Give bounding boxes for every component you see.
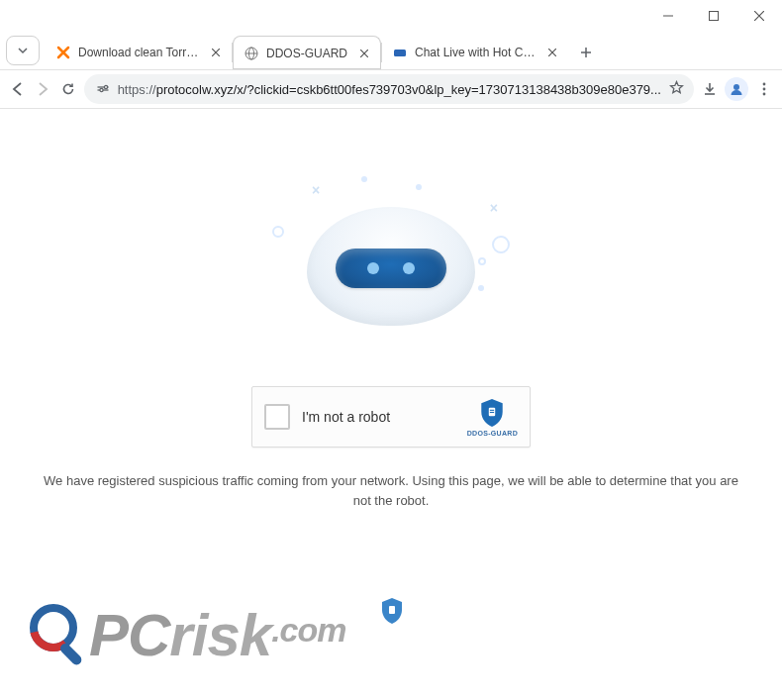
favicon-dot-icon [392,45,408,60]
tab-2-active[interactable]: DDOS-GUARD [233,36,381,69]
svg-rect-18 [490,409,494,410]
svg-rect-23 [389,606,395,614]
tab-strip: Download clean Torrents | 1 DDOS-GUARD C… [0,32,782,69]
svg-point-13 [733,84,739,90]
tab-close-icon[interactable] [544,45,560,60]
captcha-box: I'm not a robot DDOS-GUARD [251,386,531,448]
captcha-checkbox[interactable] [264,404,290,430]
svg-point-7 [104,85,107,88]
svg-point-15 [763,88,766,91]
downloads-button[interactable] [700,74,720,104]
window-maximize-button[interactable] [691,0,736,32]
captcha-brand-text: DDOS-GUARD [467,430,518,437]
notice-text: We have registered suspicious traffic co… [34,471,748,510]
captcha-label: I'm not a robot [302,409,467,425]
window-close-button[interactable] [736,0,782,32]
watermark-text: PCrisk.com [89,606,345,665]
tab-1[interactable]: Download clean Torrents | 1 [46,36,232,69]
captcha-brand: DDOS-GUARD [467,398,518,437]
window-minimize-button[interactable] [645,0,691,32]
page-viewport: × × I'm not a robot DDOS-GUARD [0,109,782,700]
tab-label: DDOS-GUARD [266,47,349,60]
window-titlebar [0,0,782,32]
new-tab-button[interactable] [572,39,600,66]
svg-point-16 [763,93,766,96]
svg-rect-1 [710,12,719,21]
svg-rect-5 [394,50,406,56]
forward-button[interactable] [34,74,53,104]
url-text: https://protocolw.xyz/x/?clickid=cskb6tt… [118,82,661,97]
tab-3[interactable]: Chat Live with Hot Cam Girl [382,36,568,69]
profile-button[interactable] [725,74,748,104]
svg-rect-19 [490,411,494,412]
overflow-menu-button[interactable] [754,74,774,104]
browser-toolbar: https://protocolw.xyz/x/?clickid=cskb6tt… [0,69,782,109]
address-bar[interactable]: https://protocolw.xyz/x/?clickid=cskb6tt… [84,74,694,104]
tab-close-icon[interactable] [356,46,372,61]
tab-label: Download clean Torrents | 1 [78,46,201,59]
svg-point-14 [763,83,766,86]
bookmark-star-icon[interactable] [669,80,684,98]
site-settings-icon[interactable] [96,82,110,96]
watermark-shield-icon [380,597,404,625]
favicon-globe-icon [244,46,259,61]
svg-rect-22 [58,642,83,666]
reload-button[interactable] [58,74,78,104]
robot-illustration: × × [243,166,539,364]
tab-search-button[interactable] [6,36,40,65]
back-button[interactable] [8,74,28,104]
tab-label: Chat Live with Hot Cam Girl [415,46,538,59]
magnifier-icon [24,600,95,671]
svg-point-6 [100,88,103,91]
favicon-x-icon [55,45,71,60]
watermark-logo: PCrisk.com [24,581,420,690]
shield-icon [479,398,505,428]
tab-close-icon[interactable] [208,45,224,60]
